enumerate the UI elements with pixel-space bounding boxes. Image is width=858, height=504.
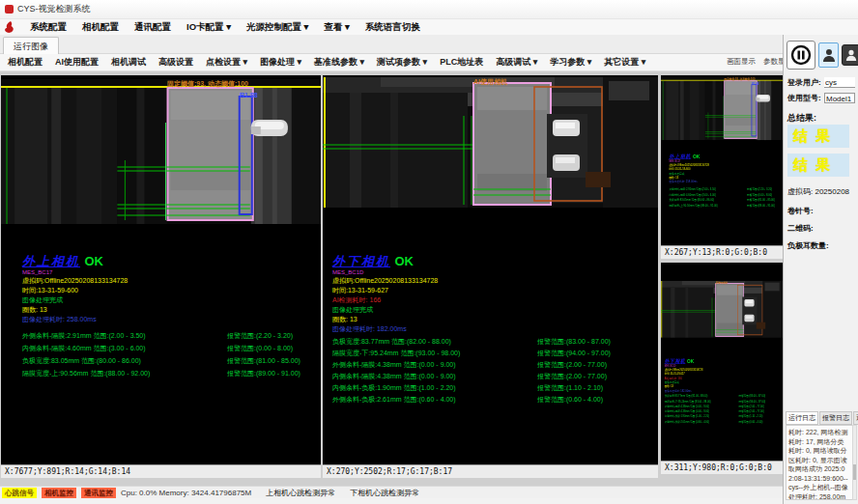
menu-item-view[interactable]: 查看 ▾: [316, 21, 357, 34]
measurement-alarm: 报警范围:(2.00 - 77.00): [537, 373, 607, 379]
menu-item-io-config[interactable]: IO卡配置 ▾: [179, 21, 239, 34]
time-line: 时间:13-31-59-627: [332, 286, 654, 295]
user-button[interactable]: [818, 42, 839, 68]
log-text-area[interactable]: 耗时: 222, 网络检测耗时: 17, 网络分类耗时: 0, 网络读取分区耗时…: [786, 425, 856, 500]
measurement-rows: 外侧余料-隔膜:2.91mm 范围:(2.00 - 3.50) 报警范围:(2.…: [22, 332, 317, 377]
time-line: 时间:13-31-59-600: [22, 286, 317, 295]
measurement-rows: 外侧余料-隔膜:2.91mm 范围:(2.00 - 3.50) 报警范围:(2.…: [669, 187, 781, 207]
radius-overlay: R1.88: [240, 92, 258, 99]
measurement-value: 外侧余料-隔膜:4.38mm 范围:(0.00 - 9.00): [332, 361, 537, 368]
measurement-row: 隔膜宽度-下:95.24mm 范围:(93.00 - 98.00) 报警范围:(…: [665, 400, 782, 403]
measurement-value: 内侧余料-负极:1.90mm 范围:(1.00 - 2.20): [665, 415, 739, 418]
pixel-coordinate-bar: X:270;Y:2502;R:17;G:17;B:17: [323, 464, 658, 478]
tool-plc-address[interactable]: PLC地址表: [440, 56, 483, 69]
radius-overlay: R1.88: [752, 82, 758, 85]
measurement-row: 外侧余料-隔膜:4.38mm 范围:(0.00 - 9.00) 报警范围:(2.…: [332, 361, 654, 368]
tab-count-label: 负极耳数量:: [787, 240, 829, 251]
threshold-overlay: 固定阈值:93, 动态阈值:100: [724, 77, 755, 80]
menu-item-camera-config[interactable]: 相机配置: [74, 21, 127, 34]
tool-camera-config[interactable]: 相机配置: [8, 56, 43, 69]
measurement-alarm: 报警范围:(1.10 - 2.10): [739, 415, 763, 418]
login-user-label: 登录用户:: [787, 77, 824, 88]
camera-image-outer-lower[interactable]: AI使用相机: [323, 77, 658, 208]
measurement-alarm: 报警范围:(83.00 - 87.00): [537, 338, 611, 345]
measurement-value: 隔膜宽度-上:90.56mm 范围:(88.00 - 92.00): [22, 370, 227, 377]
pixel-coordinate-bar: X:7677;Y:891;R:14;G:14;B:14: [1, 464, 321, 478]
virtual-code-value: 虚拟码: 20250208: [787, 186, 849, 197]
camera-view-small-lower[interactable]: AI使用相机 外下相机 OK MES_BC1D 虚拟码:Offline20250…: [661, 263, 783, 474]
result-box-2: 结果: [787, 154, 849, 177]
app-logo-icon: [4, 21, 16, 34]
tool-spot-check[interactable]: 点检设置 ▾: [206, 56, 247, 69]
menu-item-language[interactable]: 系统语言切换: [358, 21, 428, 34]
measurement-alarm: 报警范围:(89.00 - 91.00): [747, 204, 775, 207]
model-value[interactable]: Model1: [824, 93, 855, 103]
result-text-block: 外上相机 OK MES_BC17 虚拟码:Offline202502081331…: [22, 253, 317, 382]
log-tab-run[interactable]: 运行日志: [786, 411, 818, 425]
measurement-row: 负极宽度:83.05mm 范围:(80.00 - 86.00) 报警范围:(81…: [669, 199, 781, 202]
camera-image-outer-upper[interactable]: 固定阈值:93, 动态阈值:100 R1.88: [1, 79, 321, 224]
tool-learning-params[interactable]: 学习参数 ▾: [550, 56, 591, 69]
result-text-block: 外下相机 OK MES_BC1D 虚拟码:Offline202502081331…: [665, 357, 782, 425]
qr-code-label: 二维码:: [787, 223, 814, 234]
menu-item-comm-config[interactable]: 通讯配置: [127, 21, 179, 34]
turns-line: 圈数: 13: [22, 305, 317, 315]
status-bar: 心跳信号 相机监控 通讯监控 Cpu: 0.0% Memory: 3424.41…: [0, 486, 783, 498]
measurement-alarm: 报警范围:(1.10 - 2.10): [537, 384, 603, 391]
log-scrollbar[interactable]: [852, 425, 857, 500]
camera-image-outer-upper[interactable]: 固定阈值:93, 动态阈值:100 R1.88: [661, 77, 783, 141]
lower-camera-warning: 下相机心跳检测异常: [350, 488, 419, 498]
measurement-row: 内侧余料-隔膜:4.38mm 范围:(0.00 - 9.00) 报警范围:(2.…: [332, 373, 654, 379]
tool-camera-debug[interactable]: 相机调试: [111, 56, 146, 69]
control-panel: 登录用户: cys 使用型号: Model1 总结果: 结果 结果 虚拟码: 2…: [783, 35, 858, 504]
measurement-value: 外侧余料-负极:2.61mm 范围:(0.60 - 4.00): [332, 396, 537, 403]
process-time-line: 图像处理耗时: 182.00ms: [332, 324, 654, 334]
menu-item-light-config[interactable]: 光源控制配置 ▾: [239, 21, 316, 34]
login-user-value[interactable]: cys: [824, 77, 855, 88]
mes-code: MES_BC17: [22, 268, 317, 276]
camera-view-outer-upper[interactable]: 固定阈值:93, 动态阈值:100 R1.88 外上相机 OK MES_BC17…: [1, 75, 321, 478]
tool-advanced-settings[interactable]: 高级设置: [158, 56, 193, 69]
tool-image-processing[interactable]: 图像处理 ▾: [260, 56, 301, 69]
measurement-alarm: 报警范围:(89.00 - 91.00): [227, 370, 300, 377]
log-scrollbar-thumb[interactable]: [853, 464, 856, 480]
measurement-value: 负极宽度:83.05mm 范围:(80.00 - 86.00): [669, 199, 747, 202]
measurement-row: 外侧余料-负极:2.61mm 范围:(0.60 - 4.00) 报警范围:(0.…: [332, 396, 654, 403]
camera-view-small-upper[interactable]: 固定阈值:93, 动态阈值:100 R1.88 外上相机 OK MES_BC17…: [661, 75, 783, 259]
result-ok: OK: [687, 358, 694, 365]
virtual-code-line: 虚拟码:Offline20250208133134728: [332, 276, 654, 286]
pause-button[interactable]: [786, 41, 815, 70]
camera-view-outer-lower[interactable]: AI使用相机 外下相机 OK MES_BC1D 虚拟码:Offline20250…: [323, 75, 658, 478]
total-result-label: 总结果:: [787, 112, 816, 125]
app-window: CYS-视觉检测系统 系统配置 相机配置 通讯配置 IO卡配置 ▾ 光源控制配置…: [0, 0, 858, 504]
log-tabs: 运行日志 报警日志 通讯日志: [786, 411, 858, 425]
tool-advanced-debug[interactable]: 高级调试 ▾: [496, 56, 537, 69]
measurement-row: 内侧余料-隔膜:4.60mm 范围:(3.00 - 6.00) 报警范围:(0.…: [22, 345, 317, 351]
measurement-row: 隔膜宽度-下:95.24mm 范围:(93.00 - 98.00) 报警范围:(…: [332, 350, 654, 356]
cpu-memory-status: Cpu: 0.0% Memory: 3424.41796875M: [121, 489, 251, 497]
log-tab-alarm[interactable]: 报警日志: [819, 411, 852, 425]
display-option-1[interactable]: 画面显示: [727, 57, 756, 67]
measurement-value: 内侧余料-负极:1.90mm 范围:(1.00 - 2.20): [332, 384, 537, 391]
measurement-row: 负极宽度:83.77mm 范围:(82.00 - 88.00) 报警范围:(83…: [665, 395, 782, 398]
operator-button[interactable]: [842, 44, 858, 66]
model-label: 使用型号:: [787, 93, 824, 103]
menu-item-system-config[interactable]: 系统配置: [22, 21, 74, 34]
measurement-row: 外侧余料-隔膜:2.91mm 范围:(2.00 - 3.50) 报警范围:(2.…: [669, 187, 781, 190]
measurement-rows: 负极宽度:83.77mm 范围:(82.00 - 88.00) 报警范围:(83…: [332, 338, 654, 403]
tool-other-settings[interactable]: 其它设置 ▾: [604, 56, 645, 69]
result-ok: OK: [84, 254, 103, 268]
result-text-block: 外上相机 OK MES_BC17 虚拟码:Offline202502081331…: [669, 153, 781, 210]
operator-icon: [845, 48, 857, 62]
tool-ai-config[interactable]: AI使用配置: [55, 56, 99, 69]
camera-name: 外下相机: [332, 254, 390, 268]
tool-baseline-params[interactable]: 基准线参数 ▾: [314, 56, 364, 69]
log-tab-comm[interactable]: 通讯日志: [853, 411, 858, 425]
measurement-row: 内侧余料-负极:1.90mm 范围:(1.00 - 2.20) 报警范围:(1.…: [665, 415, 782, 418]
camera-image-outer-lower[interactable]: AI使用相机: [661, 281, 783, 338]
measurement-value: 隔膜宽度-下:95.24mm 范围:(93.00 - 98.00): [665, 400, 739, 403]
process-done-line: 图像处理完成: [332, 305, 654, 315]
measurement-alarm: 报警范围:(0.60 - 4.00): [739, 420, 763, 423]
app-icon: [5, 5, 14, 14]
tool-test-params[interactable]: 测试项参数 ▾: [377, 56, 427, 69]
